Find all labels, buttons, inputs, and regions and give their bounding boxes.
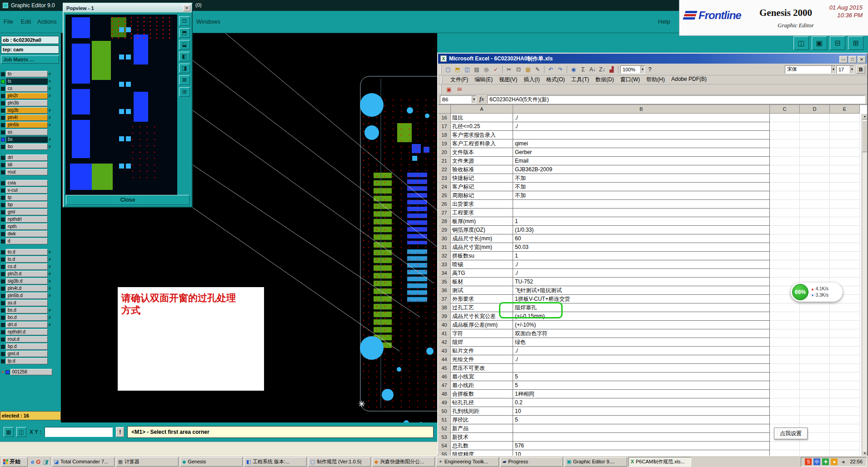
cell-D24[interactable] [800,183,830,191]
cell-C16[interactable] [770,114,800,122]
row-header-33[interactable]: 33 [438,260,451,269]
row-header-23[interactable]: 23 [438,174,451,183]
cell-E53[interactable] [830,433,860,442]
cell-D31[interactable] [800,243,830,252]
cell-E41[interactable] [830,329,860,338]
layer-button-ts[interactable]: ts [6,78,48,84]
popview-close-icon[interactable]: ✕ [183,5,190,11]
copy-icon[interactable]: ⊡ [514,65,523,74]
layer-select-toggle[interactable] [1,79,5,84]
cell-C48[interactable] [770,390,800,398]
sort-ascending-icon[interactable]: A↓ [588,65,597,74]
prompt-toggle-button[interactable]: ! [116,427,124,437]
column-header-B[interactable]: B [513,105,770,114]
screens-icon[interactable]: ◫ [793,36,809,50]
taskbar-item-genesis[interactable]: ◆Genesis [180,457,243,467]
layer-select-toggle[interactable] [1,225,5,229]
spelling-icon[interactable]: ✓ [491,65,500,74]
taskbar-item-engineering-toolkit[interactable]: ✦Engineering Toolk... [436,457,499,467]
cell-B54[interactable]: 576 [513,442,770,450]
cell-D21[interactable] [800,157,830,165]
cell-B18[interactable] [513,131,770,139]
layer-select-toggle[interactable] [1,345,5,349]
lock-icon[interactable]: ⊟ [830,36,845,50]
undo-icon[interactable]: ↶ [546,65,555,74]
layer-select-toggle[interactable] [1,272,5,276]
row-header-54[interactable]: 54 [438,442,451,450]
cell-E40[interactable] [830,321,860,329]
cell-C17[interactable] [770,122,800,131]
row-header-19[interactable]: 19 [438,139,451,148]
layer-select-toggle[interactable] [1,308,5,313]
cell-E52[interactable] [830,424,860,433]
layer-select-toggle[interactable] [1,279,5,283]
minimize-button[interactable]: — [839,56,848,63]
ie-icon[interactable]: e [31,458,34,465]
layer-button-pln5b[interactable]: pln5b [6,122,48,128]
cell-D20[interactable] [800,148,830,157]
redo-icon[interactable]: ↷ [556,65,565,74]
row-header-20[interactable]: 20 [438,148,451,157]
layer-select-toggle[interactable] [1,330,5,334]
cell-A18[interactable]: 客户需求报告录入 [451,131,513,139]
layer-select-toggle[interactable] [1,210,5,214]
popview-zoom-fit-icon[interactable]: ⊠ [179,75,190,85]
layer-select-toggle[interactable] [1,94,5,98]
popview-pan-up-icon[interactable]: ⬒ [179,28,190,38]
cell-C26[interactable] [770,200,800,209]
cell-D18[interactable] [800,131,830,139]
cell-B35[interactable]: TU-752 [513,278,770,286]
layer-select-toggle[interactable] [1,116,5,120]
taskbar-item-company-portal[interactable]: ◆兴森快捷衡阳分公... [372,457,435,467]
cell-A28[interactable]: 板厚(mm) [451,217,513,226]
cell-E33[interactable] [830,260,860,269]
layer-button-sig3b[interactable]: sig3b [6,107,48,114]
cell-B50[interactable]: 10 [513,407,770,416]
cell-E20[interactable] [830,148,860,157]
pdf-create-icon[interactable]: ▣ [444,85,454,94]
layer-button-rout[interactable]: rout [6,169,48,175]
column-header-D[interactable]: D [800,105,830,114]
cell-E42[interactable] [830,338,860,347]
excel-menu-item[interactable]: 帮助(H) [646,76,665,84]
cell-E29[interactable] [830,226,860,234]
cell-D50[interactable] [800,407,830,416]
layer-button-cvia[interactable]: cvia [6,180,48,186]
layer-button-bo.d[interactable]: bo.d [6,314,48,321]
row-header-29[interactable]: 29 [438,226,451,234]
layer-button-v-cut[interactable]: v-cut [6,187,48,194]
cell-E54[interactable] [830,442,860,450]
menu-help[interactable]: Help [658,18,670,25]
row-header-41[interactable]: 41 [438,329,451,338]
layer-button-ldi[interactable]: ldi [6,162,48,168]
menu-actions[interactable]: Actions [37,18,57,25]
format-painter-icon[interactable]: ✎ [533,65,542,74]
layer-button-pln2t.d[interactable]: pln2t.d [6,271,48,277]
popview-preview-graphics[interactable] [65,15,177,195]
row-header-34[interactable]: 34 [438,269,451,278]
cell-D43[interactable] [800,347,830,355]
sort-descending-icon[interactable]: Z↓ [598,65,607,74]
cut-icon[interactable]: ✂ [504,65,514,74]
select-all-corner[interactable] [438,105,451,114]
layer-button-tp.d[interactable]: tp.d [6,358,48,364]
fx-icon[interactable]: fx [478,96,485,103]
settings-popup-button[interactable]: 点我设置 [774,427,808,439]
cell-B28[interactable]: 1 [513,217,770,226]
grid-toggle-icon[interactable]: ▦ [4,427,14,437]
cell-D27[interactable] [800,209,830,217]
print-preview-icon[interactable]: ◎ [482,65,491,74]
row-header-49[interactable]: 49 [438,398,451,407]
cell-E30[interactable] [830,234,860,243]
row-header-24[interactable]: 24 [438,183,451,191]
cell-B33[interactable]: ./ [513,260,770,269]
layer-button-bs.d[interactable]: bs.d [6,307,48,313]
row-header-46[interactable]: 46 [438,373,451,381]
excel-titlebar[interactable]: X Microsoft Excel - 6C02302HA0制作单.xls —□… [438,54,867,64]
cell-D54[interactable] [800,442,830,450]
autosum-icon[interactable]: Σ [579,65,588,74]
cell-C30[interactable] [770,234,800,243]
cell-E45[interactable] [830,364,860,373]
popview-pan-right-icon[interactable]: ◨ [179,64,190,73]
hyperlink-icon[interactable]: ◉ [569,65,578,74]
